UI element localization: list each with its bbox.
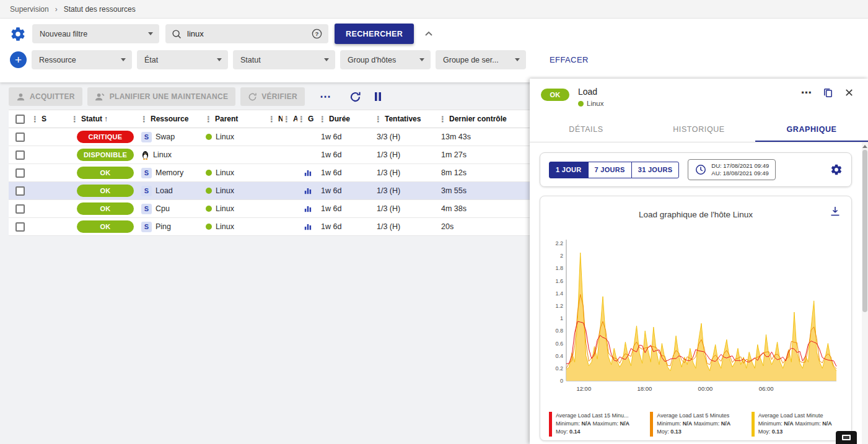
row-checkbox[interactable] [15, 168, 25, 178]
graph-icon[interactable] [304, 187, 312, 194]
drag-handle-icon[interactable]: ⋮ [374, 115, 382, 124]
acknowledge-button[interactable]: ACQUITTER [9, 87, 82, 106]
collapse-filters-button[interactable] [424, 29, 434, 39]
saved-filter-select[interactable]: Nouveau filtre [32, 24, 159, 43]
criteria-select-group-d-h-tes[interactable]: Group d'hôtes [340, 50, 431, 69]
search-input[interactable]: linux ? [165, 24, 328, 43]
column-header-duration[interactable]: ⋮Durée [318, 115, 374, 124]
last-check-cell: 13m 43s [439, 133, 530, 141]
gear-icon [830, 163, 843, 176]
more-actions-button[interactable]: ⋯ [316, 93, 335, 100]
tab-historique[interactable]: HISTORIQUE [642, 118, 755, 142]
breadcrumb-item-supervision[interactable]: Supervision [10, 5, 49, 14]
scrollbar-thumb[interactable] [862, 150, 867, 312]
panel-scrollbar[interactable] [862, 142, 868, 444]
column-header-a[interactable]: ⋮A [283, 115, 297, 124]
drag-handle-icon[interactable]: ⋮ [439, 115, 447, 124]
graph-card: Load graphique de l'hôte Linux 00.20.40.… [540, 196, 852, 441]
column-header-parent[interactable]: ⋮Parent [204, 115, 268, 124]
range-button-7-jours[interactable]: 7 JOURS [588, 162, 632, 178]
legend-item[interactable]: Average Load Last 15 Minu...Minimum: N/A… [549, 412, 645, 437]
chevron-down-icon [121, 58, 126, 61]
drag-handle-icon[interactable]: ⋮ [140, 115, 148, 124]
set-maintenance-button[interactable]: PLANIFIER UNE MAINTENANCE [87, 87, 236, 106]
column-header-n[interactable]: ⋮N [268, 115, 283, 124]
table-row[interactable]: OKSPingLinux1w 6d1/3 (H)20s [9, 218, 530, 236]
criteria-select-statut[interactable]: Statut [233, 50, 335, 69]
svg-text:1.8: 1.8 [555, 265, 563, 271]
duration-cell: 1w 6d [318, 222, 374, 231]
picture-in-picture-icon[interactable] [836, 431, 857, 444]
column-header-g[interactable]: ⋮G [297, 115, 318, 124]
pause-refresh-button[interactable] [374, 92, 382, 102]
refresh-button[interactable] [349, 91, 361, 103]
host-status-dot [206, 170, 212, 176]
column-header-last_check[interactable]: ⋮Dernier contrôle [439, 115, 530, 124]
criteria-select-ressource[interactable]: Ressource [32, 50, 132, 69]
row-checkbox[interactable] [15, 204, 25, 214]
graph-icon[interactable] [304, 205, 312, 212]
last-check-cell: 20s [439, 222, 530, 231]
service-icon: S [141, 168, 152, 178]
row-checkbox[interactable] [15, 133, 25, 142]
search-button[interactable]: RECHERCHER [335, 24, 414, 44]
panel-title: Load [578, 87, 604, 97]
help-icon[interactable]: ? [311, 28, 323, 40]
drag-handle-icon[interactable]: ⋮ [297, 115, 305, 124]
column-header-s[interactable]: ⋮S [31, 115, 71, 124]
column-header-tries[interactable]: ⋮Tentatives [374, 115, 439, 124]
table-row[interactable]: OKSCpuLinux1w 6d1/3 (H)4m 38s [9, 200, 530, 218]
graph-icon[interactable] [304, 169, 312, 176]
drag-handle-icon[interactable]: ⋮ [204, 115, 213, 124]
panel-more-button[interactable]: ⋯ [801, 90, 812, 96]
last-check-cell: 1m 27s [439, 150, 530, 159]
column-header-resource[interactable]: ⋮Ressource [140, 115, 204, 124]
drag-handle-icon[interactable]: ⋮ [318, 115, 327, 124]
scroll-up-icon[interactable] [862, 145, 867, 148]
range-button-1-jour[interactable]: 1 JOUR [549, 162, 589, 178]
more-icon: ⋯ [320, 90, 331, 103]
tab-d-tails[interactable]: DÉTAILS [530, 118, 642, 142]
status-badge: OK [77, 167, 134, 179]
duration-cell: 1w 6d [318, 186, 374, 195]
status-badge: CRITIQUE [77, 131, 134, 143]
actions-toolbar: ACQUITTER PLANIFIER UNE MAINTENANCE VÉRI… [0, 82, 530, 110]
row-checkbox[interactable] [15, 222, 25, 232]
table-row[interactable]: DISPONIBLELinux1w 6d1/3 (H)1m 27s [9, 146, 530, 164]
export-graph-button[interactable] [829, 205, 841, 217]
legend-item[interactable]: Average Load Last 5 MinutesMinimum: N/A … [650, 412, 746, 437]
host-status-dot [206, 188, 212, 194]
table-row[interactable]: OKSMemoryLinux1w 6d1/3 (H)8m 12s [9, 164, 530, 182]
svg-text:12:00: 12:00 [576, 385, 591, 392]
check-button[interactable]: VÉRIFIER [240, 87, 305, 106]
drag-handle-icon[interactable]: ⋮ [31, 115, 39, 124]
time-range-card: 1 JOUR7 JOURS31 JOURS DU: 17/08/2021 09:… [540, 152, 852, 187]
drag-handle-icon[interactable]: ⋮ [71, 115, 79, 124]
table-row[interactable]: OKSLoadLinux1w 6d1/3 (H)3m 55s [9, 182, 530, 200]
criteria-select-tat[interactable]: État [137, 50, 228, 69]
close-panel-button[interactable] [844, 87, 854, 98]
tab-graphique[interactable]: GRAPHIQUE [755, 118, 868, 142]
copy-link-button[interactable] [822, 87, 834, 98]
breadcrumb-item-current: Statut des ressources [64, 5, 136, 14]
select-all-checkbox[interactable] [15, 115, 25, 124]
row-checkbox[interactable] [15, 186, 25, 196]
drag-handle-icon[interactable]: ⋮ [283, 115, 291, 124]
svg-text:2: 2 [560, 253, 563, 259]
host-status-dot [206, 224, 212, 230]
svg-text:?: ? [315, 30, 319, 37]
graph-icon[interactable] [304, 223, 312, 230]
range-button-31-jours[interactable]: 31 JOURS [631, 162, 680, 178]
column-header-status[interactable]: ⋮Statut↑ [71, 115, 140, 124]
table-row[interactable]: CRITIQUESSwapLinux1w 6d3/3 (H)13m 43s [9, 128, 530, 146]
drag-handle-icon[interactable]: ⋮ [268, 115, 276, 124]
svg-text:0.2: 0.2 [555, 365, 563, 372]
add-criteria-button[interactable]: + [10, 51, 27, 68]
row-checkbox[interactable] [15, 150, 25, 160]
graph-settings-button[interactable] [830, 163, 843, 176]
clear-filters-button[interactable]: EFFACER [550, 55, 589, 64]
filter-settings-button[interactable] [10, 26, 26, 42]
period-picker[interactable]: DU: 17/08/2021 09:49 AU: 18/08/2021 09:4… [688, 159, 776, 180]
criteria-select-groupe-de-ser[interactable]: Groupe de ser... [436, 50, 526, 69]
legend-item[interactable]: Average Load Last MinuteMinimum: N/A Max… [752, 412, 848, 437]
